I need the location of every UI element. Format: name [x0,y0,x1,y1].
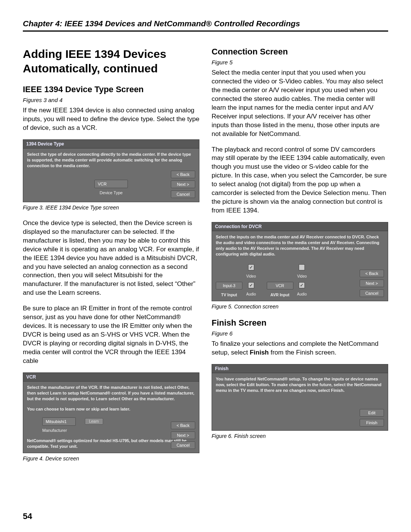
para-ir-emitter: Be sure to place an IR Emitter in front … [23,304,199,366]
para-finish: To finalize your selections and complete… [212,340,388,357]
dialog-instruction: Select the type of device connecting dir… [27,152,195,169]
dialog-connection-dvcr: Connection for DVCR Select the inputs on… [212,222,388,301]
back-button[interactable]: < Back [171,422,195,429]
right-column: Connection Screen Figure 5 Select the me… [212,47,388,470]
figure-3-caption: Figure 3. IEEE 1394 Device Type screen [23,204,199,211]
avr-input-field[interactable]: VCR [267,282,293,289]
avr-audio-checkbox[interactable]: ✓ [299,282,305,288]
video-label: Video [297,274,307,278]
figure-ref-6: Figure 6 [212,330,388,337]
para-connection-1: Select the media center input that you u… [212,69,388,139]
next-button[interactable]: Next > [171,431,195,439]
dialog-titlebar: Finish [212,364,388,373]
next-button[interactable]: Next > [171,181,195,188]
tv-input-label: TV Input [216,292,242,297]
learn-button[interactable]: Learn [85,418,103,425]
finish-text-b: from the Finish screen. [269,349,336,356]
tv-audio-checkbox[interactable]: ✓ [248,282,254,288]
device-type-label: Device Type [100,190,123,195]
figure-4-caption: Figure 4. Device screen [23,455,199,462]
audio-label: Audio [297,292,307,296]
manufacturer-field[interactable]: Mitsubishi1 [42,417,76,426]
dialog-instruction: You have completed NetCommand® setup. To… [216,376,384,393]
tv-input-group: Input-3 TV Input ✓ Video ✓ Audio [216,264,256,297]
dialog-titlebar: Connection for DVCR [212,222,388,231]
figure-5-caption: Figure 5. Connection screen [212,304,388,310]
finish-bold: Finish [250,349,269,356]
dialog-titlebar: VCR [23,373,199,382]
figure-6-caption: Figure 6. Finish screen [212,433,388,439]
edit-button[interactable]: Edit [360,409,384,417]
avr-input-label: AVR Input [267,292,293,297]
dialog-note: NetCommand® settings optimized for model… [27,438,195,449]
main-title: Adding IEEE 1394 Devices Automatically, … [23,47,199,75]
dialog-instruction: Select the manufacturer of the VCR. If t… [27,385,195,402]
device-type-field[interactable]: VCR [94,180,128,188]
dialog-finish: Finish You have completed NetCommand® se… [212,364,388,431]
section-title-finish: Finish Screen [212,318,388,328]
page-number: 54 [23,511,32,521]
cancel-button[interactable]: Cancel [171,190,195,198]
para-device-selected: Once the device type is selected, then t… [23,219,199,297]
dialog-1394-device-type: 1394 Device Type Select the type of devi… [23,139,199,202]
tv-video-checkbox[interactable]: ✓ [248,264,254,270]
chapter-header: Chapter 4: IEEE 1394 Devices and NetComm… [23,19,388,32]
dialog-hint: You can choose to learn now or skip and … [27,407,195,411]
video-label: Video [246,274,256,278]
next-button[interactable]: Next > [360,280,384,287]
dialog-titlebar: 1394 Device Type [23,140,199,149]
back-button[interactable]: < Back [360,270,384,277]
cancel-button[interactable]: Cancel [171,441,195,449]
dialog-vcr-manufacturer: VCR Select the manufacturer of the VCR. … [23,372,199,453]
figure-ref-3-4: Figures 3 and 4 [23,97,199,103]
section-title-device-type: IEEE 1394 Device Type Screen [23,85,199,94]
figure-ref-5: Figure 5 [212,59,388,66]
dialog-instruction: Select the inputs on the media center an… [216,234,384,257]
avr-video-checkbox[interactable] [299,264,305,270]
audio-label: Audio [246,292,256,296]
manufacturer-label: Manufacturer [42,428,76,433]
finish-button[interactable]: Finish [360,419,384,427]
back-button[interactable]: < Back [171,171,195,178]
section-title-connection: Connection Screen [212,47,388,57]
avr-input-group: VCR AVR Input Video ✓ Audio [267,264,307,297]
tv-input-field[interactable]: Input-3 [216,282,242,289]
para-device-type-intro: If the new IEEE 1394 device is also conn… [23,106,199,133]
para-connection-2: The playback and record control of some … [212,145,388,216]
cancel-button[interactable]: Cancel [360,289,384,297]
two-column-layout: Adding IEEE 1394 Devices Automatically, … [23,47,388,470]
left-column: Adding IEEE 1394 Devices Automatically, … [23,47,199,470]
